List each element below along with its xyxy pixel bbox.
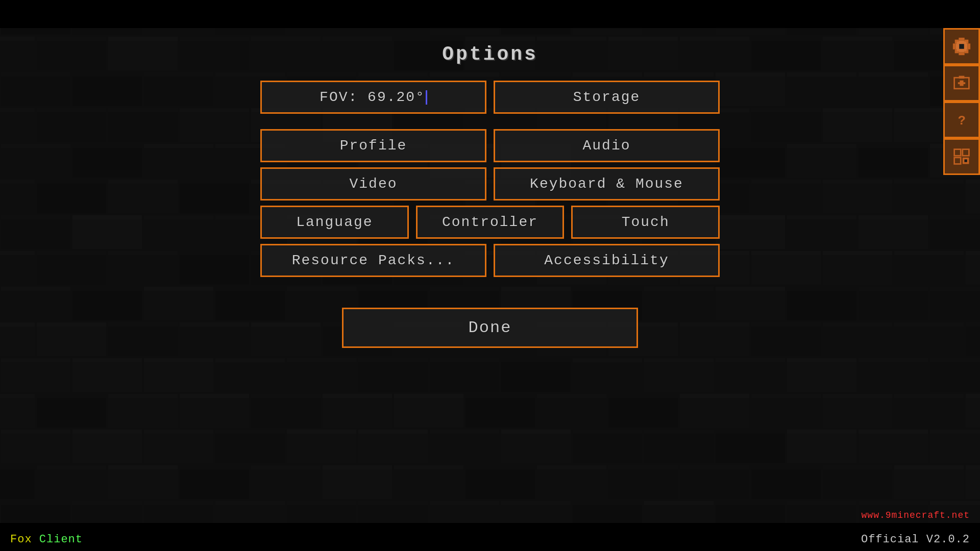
help-icon: ? [952,111,971,129]
profile-button[interactable]: Profile [260,129,486,162]
svg-rect-2 [953,43,956,49]
svg-rect-0 [959,38,964,41]
fov-cursor [426,90,427,105]
row-4: Language Controller Touch [260,206,720,239]
top-bar [0,0,980,28]
svg-rect-18 [963,149,969,156]
resource-packs-button[interactable]: Resource Packs... [260,244,486,277]
client-label: Client [32,533,83,546]
screenshot-icon-button[interactable] [943,65,980,102]
expand-icon-button[interactable] [943,138,980,175]
bottom-bar [0,523,980,551]
main-content: Options FOV: 69.20° Storage Profile Audi… [0,28,980,523]
options-grid: FOV: 69.20° Storage Profile Audio Video … [260,81,720,282]
language-button[interactable]: Language [260,206,409,239]
fox-label: Fox [10,533,32,546]
help-icon-button[interactable]: ? [943,102,980,138]
row-5: Resource Packs... Accessibility [260,244,720,277]
settings-icon-button[interactable] [943,28,980,65]
svg-rect-11 [959,44,964,49]
svg-rect-19 [954,158,961,164]
keyboard-mouse-button[interactable]: Keyboard & Mouse [494,167,720,201]
row-2: Profile Audio [260,129,720,162]
audio-button[interactable]: Audio [494,129,720,162]
accessibility-button[interactable]: Accessibility [494,244,720,277]
video-button[interactable]: Video [260,167,486,201]
expand-icon [952,147,971,166]
svg-rect-13 [959,76,965,79]
website-label: www.9minecraft.net [862,510,970,520]
side-icons-panel: ? [943,28,980,175]
fov-button[interactable]: FOV: 69.20° [260,81,486,114]
row-3: Video Keyboard & Mouse [260,167,720,201]
done-button[interactable]: Done [342,308,638,348]
touch-button[interactable]: Touch [571,206,720,239]
svg-rect-1 [959,52,964,55]
fov-label: FOV: 69.20° [320,89,425,105]
storage-button[interactable]: Storage [494,81,720,114]
row-1: FOV: 69.20° Storage [260,81,720,114]
controller-button[interactable]: Controller [416,206,565,239]
spacer-1 [260,119,720,129]
bottom-left-label: Fox Client [10,533,83,546]
gear-icon [952,37,971,56]
svg-rect-3 [967,43,970,49]
svg-rect-21 [964,159,967,162]
svg-text:?: ? [958,114,966,129]
screenshot-icon [952,74,971,92]
version-label: Official V2.0.2 [861,533,970,546]
svg-rect-15 [958,82,965,84]
svg-rect-17 [954,149,961,156]
page-title: Options [442,43,538,65]
